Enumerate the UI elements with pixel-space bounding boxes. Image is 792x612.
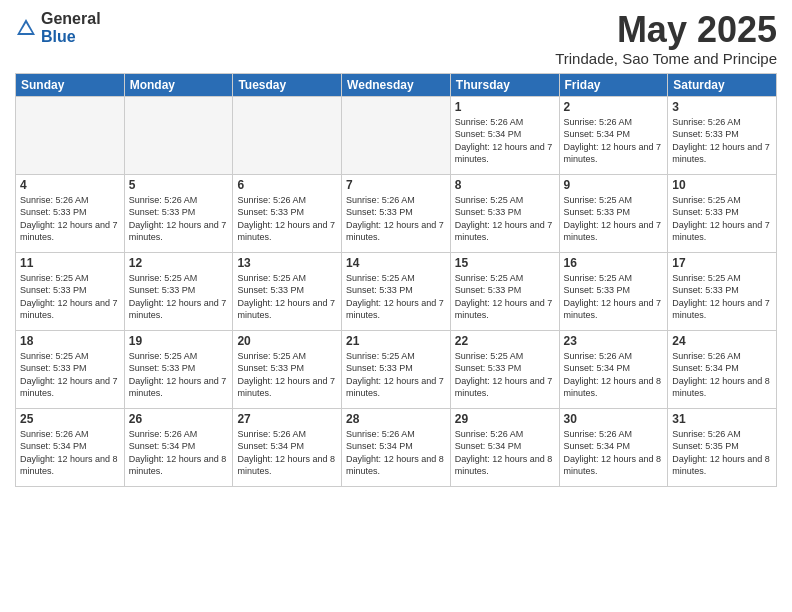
calendar-cell: 1Sunrise: 5:26 AMSunset: 5:34 PMDaylight…: [450, 96, 559, 174]
day-number: 22: [455, 334, 555, 348]
header: General Blue May 2025 Trindade, Sao Tome…: [15, 10, 777, 67]
calendar-cell: 28Sunrise: 5:26 AMSunset: 5:34 PMDayligh…: [342, 408, 451, 486]
calendar-cell: 12Sunrise: 5:25 AMSunset: 5:33 PMDayligh…: [124, 252, 233, 330]
day-info: Sunrise: 5:25 AMSunset: 5:33 PMDaylight:…: [237, 350, 337, 400]
calendar: Sunday Monday Tuesday Wednesday Thursday…: [15, 73, 777, 487]
title-section: May 2025 Trindade, Sao Tome and Principe: [555, 10, 777, 67]
main-title: May 2025: [555, 10, 777, 50]
col-friday: Friday: [559, 73, 668, 96]
day-info: Sunrise: 5:26 AMSunset: 5:33 PMDaylight:…: [346, 194, 446, 244]
day-number: 27: [237, 412, 337, 426]
day-info: Sunrise: 5:26 AMSunset: 5:34 PMDaylight:…: [237, 428, 337, 478]
day-info: Sunrise: 5:25 AMSunset: 5:33 PMDaylight:…: [20, 272, 120, 322]
calendar-week-3: 18Sunrise: 5:25 AMSunset: 5:33 PMDayligh…: [16, 330, 777, 408]
calendar-cell: 11Sunrise: 5:25 AMSunset: 5:33 PMDayligh…: [16, 252, 125, 330]
calendar-cell: 23Sunrise: 5:26 AMSunset: 5:34 PMDayligh…: [559, 330, 668, 408]
subtitle: Trindade, Sao Tome and Principe: [555, 50, 777, 67]
day-info: Sunrise: 5:25 AMSunset: 5:33 PMDaylight:…: [455, 350, 555, 400]
logo-blue: Blue: [41, 28, 101, 46]
calendar-week-2: 11Sunrise: 5:25 AMSunset: 5:33 PMDayligh…: [16, 252, 777, 330]
calendar-cell: [342, 96, 451, 174]
page: General Blue May 2025 Trindade, Sao Tome…: [0, 0, 792, 612]
day-number: 25: [20, 412, 120, 426]
day-info: Sunrise: 5:25 AMSunset: 5:33 PMDaylight:…: [129, 350, 229, 400]
calendar-cell: 29Sunrise: 5:26 AMSunset: 5:34 PMDayligh…: [450, 408, 559, 486]
day-info: Sunrise: 5:26 AMSunset: 5:34 PMDaylight:…: [129, 428, 229, 478]
day-info: Sunrise: 5:25 AMSunset: 5:33 PMDaylight:…: [672, 194, 772, 244]
calendar-cell: 14Sunrise: 5:25 AMSunset: 5:33 PMDayligh…: [342, 252, 451, 330]
day-number: 17: [672, 256, 772, 270]
day-number: 29: [455, 412, 555, 426]
col-sunday: Sunday: [16, 73, 125, 96]
calendar-cell: 19Sunrise: 5:25 AMSunset: 5:33 PMDayligh…: [124, 330, 233, 408]
col-tuesday: Tuesday: [233, 73, 342, 96]
day-number: 4: [20, 178, 120, 192]
day-info: Sunrise: 5:25 AMSunset: 5:33 PMDaylight:…: [455, 272, 555, 322]
day-number: 19: [129, 334, 229, 348]
calendar-cell: 2Sunrise: 5:26 AMSunset: 5:34 PMDaylight…: [559, 96, 668, 174]
logo-text: General Blue: [41, 10, 101, 45]
day-number: 28: [346, 412, 446, 426]
day-info: Sunrise: 5:25 AMSunset: 5:33 PMDaylight:…: [346, 272, 446, 322]
day-info: Sunrise: 5:25 AMSunset: 5:33 PMDaylight:…: [564, 272, 664, 322]
logo-icon: [15, 17, 37, 39]
day-info: Sunrise: 5:25 AMSunset: 5:33 PMDaylight:…: [20, 350, 120, 400]
day-number: 13: [237, 256, 337, 270]
day-number: 12: [129, 256, 229, 270]
calendar-cell: 27Sunrise: 5:26 AMSunset: 5:34 PMDayligh…: [233, 408, 342, 486]
day-number: 2: [564, 100, 664, 114]
col-monday: Monday: [124, 73, 233, 96]
calendar-cell: [16, 96, 125, 174]
day-info: Sunrise: 5:25 AMSunset: 5:33 PMDaylight:…: [455, 194, 555, 244]
day-number: 21: [346, 334, 446, 348]
logo-general: General: [41, 10, 101, 28]
day-number: 30: [564, 412, 664, 426]
calendar-cell: 7Sunrise: 5:26 AMSunset: 5:33 PMDaylight…: [342, 174, 451, 252]
header-row: Sunday Monday Tuesday Wednesday Thursday…: [16, 73, 777, 96]
day-info: Sunrise: 5:26 AMSunset: 5:34 PMDaylight:…: [564, 116, 664, 166]
calendar-cell: 8Sunrise: 5:25 AMSunset: 5:33 PMDaylight…: [450, 174, 559, 252]
day-info: Sunrise: 5:26 AMSunset: 5:34 PMDaylight:…: [346, 428, 446, 478]
calendar-week-4: 25Sunrise: 5:26 AMSunset: 5:34 PMDayligh…: [16, 408, 777, 486]
day-info: Sunrise: 5:26 AMSunset: 5:33 PMDaylight:…: [129, 194, 229, 244]
day-info: Sunrise: 5:26 AMSunset: 5:34 PMDaylight:…: [20, 428, 120, 478]
calendar-cell: [124, 96, 233, 174]
day-info: Sunrise: 5:26 AMSunset: 5:34 PMDaylight:…: [455, 116, 555, 166]
calendar-cell: 13Sunrise: 5:25 AMSunset: 5:33 PMDayligh…: [233, 252, 342, 330]
day-number: 14: [346, 256, 446, 270]
calendar-cell: 9Sunrise: 5:25 AMSunset: 5:33 PMDaylight…: [559, 174, 668, 252]
day-info: Sunrise: 5:25 AMSunset: 5:33 PMDaylight:…: [564, 194, 664, 244]
day-number: 1: [455, 100, 555, 114]
calendar-cell: 4Sunrise: 5:26 AMSunset: 5:33 PMDaylight…: [16, 174, 125, 252]
day-number: 15: [455, 256, 555, 270]
calendar-cell: 30Sunrise: 5:26 AMSunset: 5:34 PMDayligh…: [559, 408, 668, 486]
day-number: 11: [20, 256, 120, 270]
day-info: Sunrise: 5:25 AMSunset: 5:33 PMDaylight:…: [129, 272, 229, 322]
day-number: 3: [672, 100, 772, 114]
calendar-cell: 6Sunrise: 5:26 AMSunset: 5:33 PMDaylight…: [233, 174, 342, 252]
day-number: 7: [346, 178, 446, 192]
day-number: 5: [129, 178, 229, 192]
day-info: Sunrise: 5:25 AMSunset: 5:33 PMDaylight:…: [672, 272, 772, 322]
day-number: 31: [672, 412, 772, 426]
calendar-cell: 3Sunrise: 5:26 AMSunset: 5:33 PMDaylight…: [668, 96, 777, 174]
calendar-cell: 31Sunrise: 5:26 AMSunset: 5:35 PMDayligh…: [668, 408, 777, 486]
day-info: Sunrise: 5:26 AMSunset: 5:35 PMDaylight:…: [672, 428, 772, 478]
day-number: 23: [564, 334, 664, 348]
calendar-cell: 15Sunrise: 5:25 AMSunset: 5:33 PMDayligh…: [450, 252, 559, 330]
calendar-week-0: 1Sunrise: 5:26 AMSunset: 5:34 PMDaylight…: [16, 96, 777, 174]
calendar-cell: 22Sunrise: 5:25 AMSunset: 5:33 PMDayligh…: [450, 330, 559, 408]
day-number: 16: [564, 256, 664, 270]
calendar-cell: 20Sunrise: 5:25 AMSunset: 5:33 PMDayligh…: [233, 330, 342, 408]
calendar-cell: 16Sunrise: 5:25 AMSunset: 5:33 PMDayligh…: [559, 252, 668, 330]
day-info: Sunrise: 5:26 AMSunset: 5:34 PMDaylight:…: [455, 428, 555, 478]
day-info: Sunrise: 5:25 AMSunset: 5:33 PMDaylight:…: [346, 350, 446, 400]
day-number: 18: [20, 334, 120, 348]
calendar-cell: 24Sunrise: 5:26 AMSunset: 5:34 PMDayligh…: [668, 330, 777, 408]
day-number: 26: [129, 412, 229, 426]
day-info: Sunrise: 5:26 AMSunset: 5:34 PMDaylight:…: [564, 428, 664, 478]
day-number: 20: [237, 334, 337, 348]
col-saturday: Saturday: [668, 73, 777, 96]
logo: General Blue: [15, 10, 101, 45]
calendar-cell: 18Sunrise: 5:25 AMSunset: 5:33 PMDayligh…: [16, 330, 125, 408]
